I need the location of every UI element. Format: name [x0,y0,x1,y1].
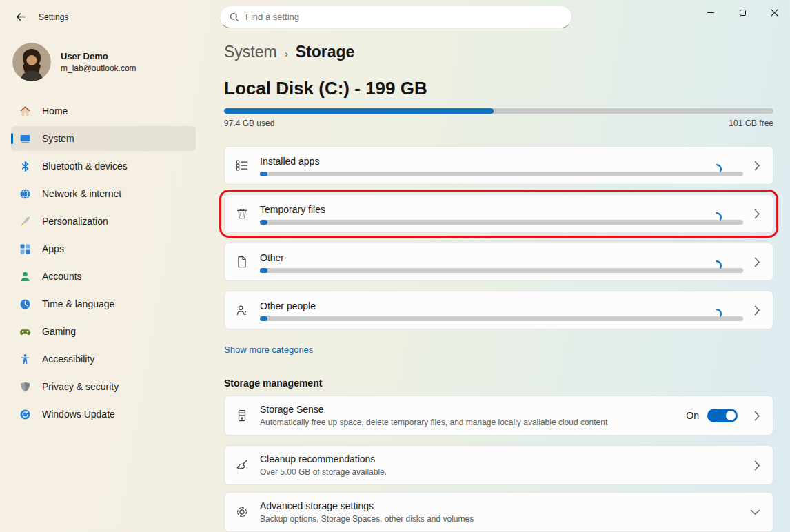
cleanup-body: Cleanup recommendations Over 5.00 GB of … [260,453,743,477]
chevron-right-icon [754,460,760,471]
sidebar-item-apps[interactable]: Apps [11,236,196,261]
search-input[interactable] [245,12,562,22]
search-box[interactable] [219,6,572,28]
close-icon [771,9,778,17]
back-button[interactable] [8,8,32,26]
avatar [12,43,51,81]
sidebar: User Demo m_lab@outlook.com Home System [0,33,207,532]
apps-grid-icon [19,243,31,255]
category-other-people[interactable]: Other people [224,291,773,329]
clock-icon [19,298,31,310]
chevron-right-icon [754,161,760,171]
sidebar-item-label: Accessibility [42,354,94,365]
disk-usage-fill [224,108,494,114]
sidebar-item-label: Network & internet [42,188,121,199]
storage-sense-toggle[interactable] [707,409,738,422]
storage-sense-toggle-group: On [686,409,738,422]
category-progress-fill [260,268,267,273]
storage-sense-description: Automatically free up space, delete temp… [260,418,675,427]
loading-spinner-icon [711,308,722,320]
advanced-description: Backup options, Storage Spaces, other di… [260,514,739,524]
storage-sense-card[interactable]: Storage Sense Automatically free up spac… [224,396,773,436]
chevron-right-icon [754,411,760,421]
sidebar-item-label: Bluetooth & devices [42,161,128,172]
shield-icon [19,381,31,393]
category-label: Installed apps [260,156,743,167]
sidebar-item-label: Windows Update [42,409,115,420]
sidebar-item-label: Home [42,105,68,116]
maximize-button[interactable] [727,0,758,25]
loading-spinner-icon [711,260,722,272]
gamepad-icon [19,326,31,338]
sidebar-item-privacy-security[interactable]: Privacy & security [11,374,196,399]
sidebar-item-home[interactable]: Home [11,99,196,123]
main-content: System › Storage Local Disk (C:) - 199 G… [224,33,773,532]
show-more-categories-link[interactable]: Show more categories [224,345,313,355]
cleanup-label: Cleanup recommendations [260,453,743,464]
storage-category-list: Installed apps Temporary files [224,146,773,329]
category-body: Other people [260,300,743,321]
chevron-right-icon [754,257,760,267]
user-account-button[interactable]: User Demo m_lab@outlook.com [11,43,196,81]
category-other[interactable]: Other [224,243,773,281]
window-title: Settings [39,12,68,22]
sidebar-item-label: Privacy & security [42,381,119,392]
category-temporary-files[interactable]: Temporary files [224,194,773,233]
page-title: Local Disk (C:) - 199 GB [224,78,773,99]
bluetooth-icon [19,161,31,172]
sidebar-item-system[interactable]: System [11,126,196,151]
advanced-label: Advanced storage settings [260,500,739,511]
category-label: Other people [260,300,743,311]
category-progress-track [260,172,743,176]
category-label: Temporary files [260,204,743,215]
update-arrows-icon [19,409,31,420]
broom-icon [235,458,249,472]
category-installed-apps[interactable]: Installed apps [224,146,773,185]
home-icon [19,105,31,117]
disk-free-label: 101 GB free [729,119,773,128]
sidebar-item-gaming[interactable]: Gaming [11,319,196,344]
sidebar-item-network-internet[interactable]: Network & internet [11,181,196,206]
settings-window: Settings [0,0,790,532]
cleanup-recommendations-card[interactable]: Cleanup recommendations Over 5.00 GB of … [224,445,773,485]
sidebar-item-label: Personalization [42,216,108,227]
loading-spinner-icon [711,163,722,175]
sidebar-item-accessibility[interactable]: Accessibility [11,347,196,371]
breadcrumb-storage: Storage [296,43,355,61]
people-icon [235,303,249,317]
trash-icon [235,207,249,221]
advanced-storage-settings-card[interactable]: Advanced storage settings Backup options… [224,492,773,532]
person-icon [19,271,31,283]
toggle-knob [726,411,736,420]
globe-icon [19,188,31,200]
sidebar-nav: Home System Bluetooth & devices [11,99,196,427]
sidebar-item-label: Gaming [42,326,76,337]
category-body: Temporary files [260,203,743,225]
minimize-button[interactable] [695,0,727,25]
file-icon [235,255,249,269]
installed-apps-icon [235,158,249,172]
storage-sense-label: Storage Sense [260,404,675,415]
sidebar-item-bluetooth-devices[interactable]: Bluetooth & devices [11,154,196,178]
chevron-right-icon [754,305,760,316]
accessibility-person-icon [19,354,31,365]
sidebar-item-accounts[interactable]: Accounts [11,264,196,289]
sidebar-item-label: Accounts [42,271,82,282]
window-controls [695,0,790,25]
disk-usage-labels: 97.4 GB used 101 GB free [224,119,773,128]
sidebar-item-windows-update[interactable]: Windows Update [11,402,196,427]
selected-indicator [11,133,13,144]
storage-sense-body: Storage Sense Automatically free up spac… [260,404,675,427]
sidebar-item-personalization[interactable]: Personalization [11,209,196,234]
sidebar-item-time-language[interactable]: Time & language [11,291,196,316]
advanced-body: Advanced storage settings Backup options… [260,500,739,524]
category-progress-track [260,268,743,273]
breadcrumb-system[interactable]: System [224,43,277,61]
category-label: Other [260,252,743,263]
sidebar-item-label: Apps [42,243,64,254]
user-email: m_lab@outlook.com [61,63,136,73]
cleanup-description: Over 5.00 GB of storage available. [260,467,743,477]
chevron-down-icon [750,509,760,515]
close-button[interactable] [758,0,790,25]
back-arrow-icon [15,12,26,22]
